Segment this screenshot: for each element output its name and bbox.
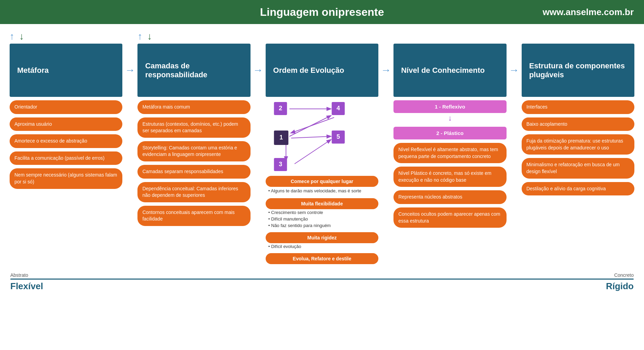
bottom-right-bottom: Rígido — [606, 281, 634, 292]
evo-svg: 2 4 1 5 3 — [266, 100, 378, 172]
col-evolucao: Ordem de Evolução — [266, 44, 378, 264]
estrutura-item-4: Destilação e alívio da carga cognitiva — [522, 182, 634, 196]
bottom-left-top: Abstrato — [10, 272, 28, 278]
bottom-bar: Abstrato Concreto Flexível Rígido — [0, 272, 644, 292]
estrutura-item-1: Baixo acoplamento — [522, 117, 634, 131]
camadas-item-3: Camadas separam responsabilidades — [137, 165, 250, 179]
evo-section-2-item-0: • Difícil evolução — [266, 243, 378, 250]
arrow-col1-col2: → — [122, 44, 137, 76]
col-camadas: Camadas de responsabilidade Metáfora mai… — [137, 44, 250, 226]
header-url: www.anselme.com.br — [543, 7, 634, 18]
evolution-diagram: 2 4 1 5 3 — [266, 100, 378, 172]
estrutura-item-0: Interfaces — [522, 100, 634, 114]
arrow-right-2: → — [253, 64, 263, 76]
header-title: Linguagem onipresente — [260, 6, 384, 19]
estrutura-item-3: Minimalismo e refatoração em busca de um… — [522, 158, 634, 178]
camadas-item-0: Metáfora mais comum — [137, 100, 250, 114]
arrow-down-col1: ↓ — [19, 31, 24, 42]
col-estrutura: Estrutura de componentes plugáveis Inter… — [522, 44, 634, 195]
nivel-pink-0: 1 - Reflexivo — [393, 100, 506, 113]
camadas-item-4: Dependência conceitual: Camadas inferior… — [137, 182, 250, 202]
evo-section-3-label: Evolua, Refatore e destile — [266, 253, 378, 264]
metafora-item-2: Amortece o excesso de abstração — [10, 134, 122, 148]
evo-section-2-label: Muita rigidez — [266, 232, 378, 243]
nivel-item-1: Nível Plástico é concreto, mas só existe… — [393, 167, 506, 187]
arrow-up-col2: ↑ — [137, 31, 142, 42]
svg-text:3: 3 — [279, 161, 282, 168]
nivel-item-3: Conceitos ocultos podem aparecer apenas … — [393, 207, 506, 228]
arrow-col3-col4: → — [378, 44, 393, 76]
col-header-nivel: Nível de Conhecimento — [393, 44, 506, 97]
evo-section-1-item-2: • Não faz sentido para ninguém — [266, 222, 378, 229]
svg-text:1: 1 — [279, 134, 283, 141]
evo-section-1-item-0: • Crescimento sem controle — [266, 209, 378, 216]
metafora-item-1: Aproxima usuário — [10, 117, 122, 131]
camadas-item-5: Contornos conceituais aparecem com mais … — [137, 206, 250, 226]
col-header-metafora: Metáfora — [10, 44, 122, 97]
estrutura-item-2: Fuja da otimização prematura: use estrut… — [522, 134, 634, 155]
header: Linguagem onipresente www.anselme.com.br — [0, 0, 644, 24]
arrow-right-3: → — [381, 64, 391, 76]
svg-line-5 — [295, 140, 331, 164]
arrow-col4-col5: → — [507, 44, 522, 76]
evo-section-0-item-0: • Alguns te darão mais velocidade, mas é… — [266, 187, 378, 195]
nivel-item-2: Representa núcleos abstratos — [393, 190, 506, 204]
arrow-down-col2: ↓ — [147, 31, 152, 42]
svg-line-4 — [291, 117, 334, 133]
svg-text:2: 2 — [279, 105, 282, 112]
nivel-item-0: Nível Reflexível é altamente abstrato, m… — [393, 143, 506, 163]
camadas-item-1: Estruturas (contextos, domínios, etc.) p… — [137, 117, 250, 138]
metafora-item-3: Facilita a comunicação (passível de erro… — [10, 151, 122, 165]
nivel-pink-1: 2 - Plástico — [393, 127, 506, 139]
arrow-up-col1: ↑ — [10, 31, 14, 42]
col-nivel: Nível de Conhecimento 1 - Reflexivo ↓ 2 … — [393, 44, 506, 228]
bottom-divider — [10, 279, 634, 280]
bottom-left-bottom: Flexível — [10, 281, 43, 292]
camadas-item-2: Storytelling: Camadas contam uma estória… — [137, 141, 250, 161]
evo-section-0-label: Comece por qualquer lugar — [266, 176, 378, 187]
svg-text:5: 5 — [336, 133, 340, 140]
col-header-estrutura: Estrutura de componentes plugáveis — [522, 44, 634, 97]
bottom-right-top: Concreto — [614, 272, 634, 278]
col-header-camadas: Camadas de responsabilidade — [137, 44, 250, 97]
arrow-right-1: → — [125, 64, 135, 76]
nivel-arrow-down: ↓ — [393, 114, 506, 123]
svg-line-2 — [291, 136, 331, 138]
arrow-right-4: → — [509, 64, 519, 76]
evo-section-1-label: Muita flexibilidade — [266, 198, 378, 209]
metafora-item-0: Orientador — [10, 100, 122, 114]
col-metafora: Metáfora Orientador Aproxima usuário Amo… — [10, 44, 122, 189]
main-columns: Metáfora Orientador Aproxima usuário Amo… — [0, 44, 644, 264]
evo-section-1-item-1: • Difícil manutenção — [266, 216, 378, 222]
col-header-evolucao: Ordem de Evolução — [266, 44, 378, 97]
svg-text:4: 4 — [336, 105, 340, 112]
arrow-col2-col3: → — [251, 44, 266, 76]
metafora-item-4: Nem sempre necessário (alguns sistemas f… — [10, 168, 122, 189]
